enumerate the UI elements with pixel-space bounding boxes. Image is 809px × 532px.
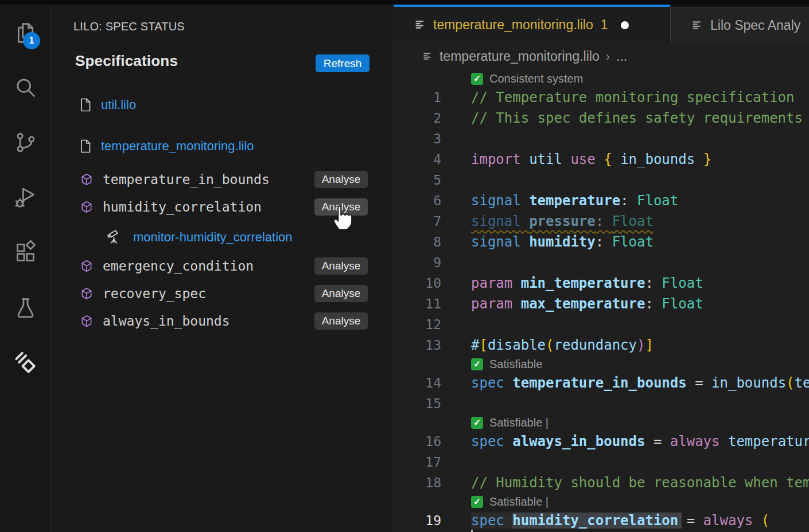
activity-item-lilo[interactable] [0, 343, 50, 383]
analyse-button[interactable]: Analyse [314, 312, 368, 330]
code-row: 2// This spec defines safety requirement… [394, 108, 809, 128]
activity-badge: 1 [23, 32, 40, 49]
code-row: 17 [394, 452, 809, 472]
code-line[interactable]: // This spec defines safety requirements [441, 108, 803, 128]
codelens[interactable]: ✓Satisfiable | [394, 493, 809, 510]
lilo-file-icon [422, 51, 433, 62]
code-line[interactable]: spec always_in_bounds = always temperatu… [441, 431, 809, 452]
code-line[interactable]: // Temperature monitoring specification [441, 87, 795, 108]
activity-item-testing[interactable] [0, 288, 50, 328]
code-row: 13#[disable(redundancy)] [394, 335, 809, 355]
code-line[interactable]: param max_temperature: Float [441, 294, 703, 314]
activity-item-extensions[interactable] [0, 232, 50, 272]
editor-tab[interactable]: Lilo Spec Analy [670, 7, 809, 43]
spec-row: humidity_correlationAnalyse [51, 193, 393, 221]
source-control-icon [13, 130, 38, 155]
code-line[interactable]: #[disable(redundancy)] [441, 335, 654, 355]
spec-name: always_in_bounds [103, 314, 230, 328]
telescope-icon [106, 229, 123, 246]
code-line[interactable]: signal pressure: Float [441, 211, 654, 232]
code-line[interactable]: signal temperature: Float [441, 190, 678, 211]
monitor-link[interactable]: monitor-humidity_correlation [133, 230, 293, 245]
code-row: 7signal pressure: Float [394, 211, 809, 232]
file-icon [79, 97, 92, 112]
code-line[interactable]: signal humidity: Float [441, 232, 654, 252]
spec-cube-icon [80, 200, 94, 214]
analyse-button[interactable]: Analyse [314, 171, 368, 188]
file-row: temperature_monitoring.lilo [51, 132, 393, 160]
file-row: util.lilo [51, 91, 393, 119]
code-line[interactable] [441, 170, 471, 190]
tab-problem-badge: 1 [601, 17, 608, 33]
code-line[interactable]: spec temperature_in_bounds = in_bounds(t… [441, 373, 809, 393]
spec-row: emergency_conditionAnalyse [51, 252, 393, 280]
modified-dot[interactable] [621, 21, 629, 29]
lilo-file-icon [691, 19, 703, 32]
file-link[interactable]: util.lilo [101, 97, 136, 112]
spec-name: recovery_spec [103, 286, 206, 301]
editor-group: temperature_monitoring.lilo1Lilo Spec An… [394, 5, 809, 532]
line-number: 7 [394, 211, 441, 232]
code-row: 6signal temperature: Float [394, 190, 809, 211]
analyse-button[interactable]: Analyse [314, 285, 368, 302]
lilo-extension-icon [11, 349, 39, 377]
code-line[interactable]: // Humidity should be reasonable when te… [441, 472, 809, 493]
code-row: 15 [394, 393, 809, 414]
code-row: 4import util use { in_bounds } [394, 149, 809, 170]
code-line[interactable] [441, 452, 471, 472]
code-line[interactable] [441, 252, 471, 273]
line-number: 10 [394, 273, 441, 294]
activity-bar: 1 [0, 5, 50, 532]
code-line[interactable]: param min_temperature: Float [441, 273, 703, 294]
code-row: 3 [394, 128, 809, 149]
breadcrumb-file[interactable]: temperature_monitoring.lilo [439, 49, 600, 64]
codelens[interactable]: ✓Satisfiable | [394, 414, 809, 431]
analyse-button[interactable]: Analyse [314, 198, 368, 216]
file-icon [79, 139, 92, 154]
section-heading: Specifications [75, 52, 178, 70]
editor-tab[interactable]: temperature_monitoring.lilo1 [394, 5, 670, 43]
code-line[interactable]: spec humidity_correlation = always ( [441, 510, 769, 531]
line-number: 17 [394, 452, 441, 472]
spec-row: recovery_specAnalyse [51, 280, 393, 307]
line-number: 1 [394, 87, 441, 108]
refresh-button[interactable]: Refresh [316, 54, 370, 72]
codelens[interactable]: ✓Consistent system [394, 70, 809, 87]
code-row: 14spec temperature_in_bounds = in_bounds… [394, 373, 809, 393]
analyse-button[interactable]: Analyse [314, 257, 368, 275]
spec-name: temperature_in_bounds [103, 172, 270, 187]
code-line[interactable] [441, 128, 471, 149]
lilo-file-icon [414, 19, 426, 31]
codelens[interactable]: ✓Satisfiable [394, 355, 809, 373]
line-number: 9 [394, 252, 441, 273]
code-line[interactable] [441, 393, 471, 414]
spec-name: emergency_condition [103, 259, 254, 273]
breadcrumb: temperature_monitoring.lilo › ... [394, 43, 809, 70]
code-row: 16spec always_in_bounds = always tempera… [394, 431, 809, 452]
activity-item-explorer[interactable]: 1 [0, 13, 50, 53]
spec-cube-icon [80, 314, 94, 328]
code-row: 11param max_temperature: Float [394, 294, 809, 314]
check-icon: ✓ [471, 358, 483, 370]
activity-item-search[interactable] [0, 67, 50, 107]
codelens-text: Consistent system [489, 72, 583, 85]
spec-row: always_in_boundsAnalyse [51, 307, 393, 335]
spec-cube-icon [80, 259, 94, 273]
line-number: 5 [394, 170, 441, 190]
code-line[interactable]: import util use { in_bounds } [441, 149, 711, 170]
line-number: 8 [394, 232, 441, 252]
line-number: 11 [394, 294, 441, 314]
breadcrumb-more[interactable]: ... [616, 49, 627, 64]
line-number: 13 [394, 335, 441, 355]
line-number: 6 [394, 190, 441, 211]
sidebar-title: LILO: SPEC STATUS [73, 20, 185, 33]
spec-name: humidity_correlation [103, 200, 262, 214]
spec-cube-icon [80, 173, 94, 186]
activity-item-source-control[interactable] [0, 122, 50, 162]
code-row: 12 [394, 314, 809, 335]
file-link[interactable]: temperature_monitoring.lilo [101, 139, 254, 154]
activity-item-run-debug[interactable] [0, 177, 50, 217]
breadcrumb-separator: › [606, 49, 610, 64]
code-line[interactable] [441, 314, 471, 335]
code-row: 18// Humidity should be reasonable when … [394, 472, 809, 493]
